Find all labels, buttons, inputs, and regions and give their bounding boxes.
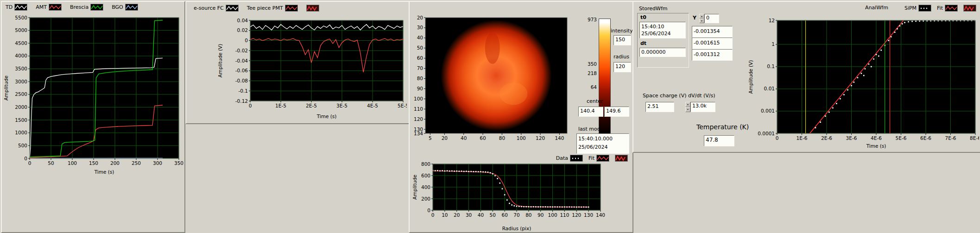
y-value-1[interactable]: -0.001615 [692, 38, 733, 49]
svg-text:0.01: 0.01 [764, 86, 775, 91]
brescia-plot-glyph-icon[interactable] [90, 4, 103, 11]
radius-label: radius [613, 54, 629, 60]
svg-text:0: 0 [431, 212, 435, 218]
svg-text:20: 20 [454, 212, 460, 218]
legend-item-sipm[interactable]: SiPM [904, 5, 931, 12]
legend-data-label: Data [556, 155, 568, 161]
esource-fc-plot-glyph-icon[interactable] [226, 5, 239, 12]
y-value-2[interactable]: -0.001312 [692, 49, 733, 61]
legend-item-td[interactable]: TD [6, 4, 27, 11]
fit-plot-glyph-icon[interactable] [596, 155, 609, 162]
svg-text:-0.12: -0.12 [235, 98, 248, 104]
svg-text:70: 70 [417, 65, 423, 71]
svg-text:90: 90 [417, 86, 423, 91]
y-index-decrement-icon[interactable]: ▼ [699, 19, 704, 23]
center-y-field[interactable]: 149.6 [604, 107, 629, 117]
radius-field[interactable]: 120 [613, 62, 631, 72]
last-mod-field[interactable]: 15:40:10.000 25/06/2024 [576, 133, 629, 154]
svg-text:8E-6: 8E-6 [970, 135, 979, 141]
bgo-plot-glyph-icon[interactable] [125, 4, 138, 11]
svg-text:Time (s): Time (s) [94, 169, 114, 175]
svg-text:Amplitude (V): Amplitude (V) [217, 44, 223, 78]
svg-text:60: 60 [501, 212, 507, 218]
legend-item-anal-fit[interactable]: Fit [937, 5, 958, 12]
radial-profile-chart[interactable]: 0102030405060708090100110120130140020040… [411, 161, 630, 233]
intensity-colorbar[interactable] [599, 19, 611, 134]
analysis-panel: StoredWfm t0 15:40:10 25/06/2024 dt 0.00… [632, 1, 980, 153]
svg-text:134: 134 [414, 131, 423, 136]
labview-front-panel: TD AMT Brescia BGO 050100150200250300350… [0, 0, 980, 233]
t0-cluster: t0 15:40:10 25/06/2024 dt 0.000000 [637, 13, 689, 68]
svg-text:60: 60 [480, 135, 486, 141]
strip-chart-legend: TD AMT Brescia BGO [6, 4, 138, 11]
svg-text:30: 30 [466, 212, 472, 218]
legend-item-amt[interactable]: AMT [36, 4, 62, 11]
dvdt-decrement-icon[interactable]: ▼ [685, 107, 690, 112]
legend-amt-label: AMT [36, 4, 47, 10]
dvdt-increment-icon[interactable]: ▲ [685, 102, 690, 107]
svg-text:50: 50 [48, 160, 54, 166]
dt-field[interactable]: 0.000000 [639, 48, 686, 57]
sipm-plot-glyph-icon[interactable] [918, 5, 931, 12]
svg-text:2E-5: 2E-5 [306, 103, 317, 108]
td-plot-glyph-icon[interactable] [14, 4, 27, 11]
t0-date: 25/06/2024 [641, 30, 684, 37]
space-charge-label: Space charge (V) [643, 93, 686, 99]
legend-item-fit[interactable]: Fit [588, 155, 609, 162]
svg-text:5E-5: 5E-5 [398, 103, 407, 108]
fc-plot-legend-icon[interactable] [306, 5, 319, 12]
svg-text:4500: 4500 [15, 40, 27, 46]
svg-text:0.0001: 0.0001 [758, 131, 775, 136]
svg-text:20: 20 [442, 135, 448, 141]
y-value-0[interactable]: -0.001354 [692, 26, 733, 38]
svg-text:40: 40 [417, 35, 423, 40]
svg-text:140: 140 [555, 135, 564, 141]
last-mod-date: 25/06/2024 [578, 143, 627, 151]
svg-text:30: 30 [417, 25, 423, 30]
legend-item-esource-fc[interactable]: e-source FC [194, 5, 239, 12]
svg-text:110: 110 [560, 212, 569, 218]
svg-text:0.001: 0.001 [761, 108, 775, 113]
svg-text:40: 40 [461, 135, 467, 141]
data-plot-glyph-icon[interactable] [570, 155, 583, 162]
intensity-field[interactable]: 150 [613, 35, 631, 45]
y-index-increment-icon[interactable]: ▲ [699, 14, 704, 19]
temperature-field[interactable]: 47.8 [704, 135, 734, 146]
analwfm-chart[interactable]: 01E-62E-63E-64E-65E-66E-67E-68E-61210.10… [747, 13, 979, 150]
legend-item-data[interactable]: Data [556, 155, 583, 162]
svg-text:Amplitude: Amplitude [412, 175, 417, 200]
svg-text:130: 130 [584, 212, 593, 218]
legend-item-tee-piece-pmt[interactable]: Tee piece PMT [247, 5, 298, 12]
temperature-label: Temperature (K) [696, 123, 749, 131]
dvdt-spinner[interactable]: ▲ ▼ 13.0k [685, 102, 715, 112]
dt-label: dt [640, 40, 646, 46]
legend-anal-fit-label: Fit [937, 5, 943, 11]
svg-text:0: 0 [24, 156, 27, 161]
svg-text:100: 100 [68, 160, 77, 166]
fc-chart[interactable]: 01E-52E-53E-54E-55E-50.040.020-0.02-0.04… [217, 14, 407, 120]
colorbar-mark-973: 973 [573, 17, 597, 22]
center-x-field[interactable]: 140.4 [578, 107, 603, 117]
t0-field[interactable]: 15:40:10 25/06/2024 [639, 22, 686, 38]
y-index-field[interactable]: 0 [704, 14, 719, 23]
anal-plot-legend-icon[interactable] [963, 5, 976, 12]
anal-fit-plot-glyph-icon[interactable] [945, 5, 958, 12]
svg-text:Time (s): Time (s) [866, 143, 886, 149]
tee-piece-pmt-plot-glyph-icon[interactable] [285, 5, 298, 12]
svg-text:-0.08: -0.08 [235, 78, 248, 83]
y-index-spinner[interactable]: ▲ ▼ 0 [699, 14, 719, 23]
strip-chart-panel: TD AMT Brescia BGO 050100150200250300350… [1, 1, 185, 233]
strip-chart[interactable]: 0501001502002503003500500100015002000250… [3, 12, 183, 176]
beam-intensity-image[interactable]: 5204060801001201402030405060708090100110… [411, 6, 575, 145]
legend-item-bgo[interactable]: BGO [112, 4, 138, 11]
svg-text:800: 800 [421, 161, 430, 167]
dvdt-field[interactable]: 13.0k [690, 102, 715, 112]
y-array-label: Y [693, 15, 696, 21]
profile-plot-legend-icon[interactable] [615, 155, 628, 162]
amt-plot-glyph-icon[interactable] [49, 4, 62, 11]
svg-text:-0.02: -0.02 [235, 48, 248, 53]
space-charge-field[interactable]: 2.51 [645, 102, 674, 112]
svg-text:2000: 2000 [15, 104, 27, 110]
svg-text:150: 150 [89, 160, 98, 166]
legend-item-brescia[interactable]: Brescia [70, 4, 103, 11]
